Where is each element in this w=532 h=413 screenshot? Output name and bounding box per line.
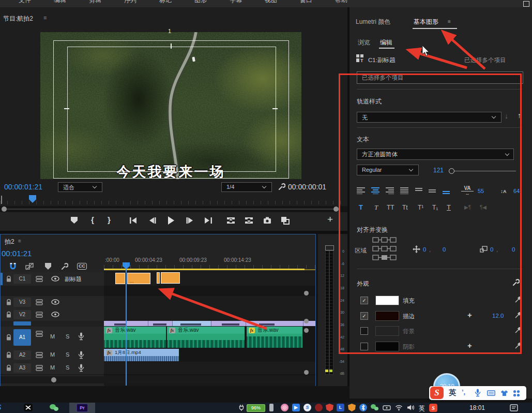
button-editor-add-button[interactable]: + [327,214,333,225]
premiere-taskbar-tile[interactable]: Pr [69,403,95,413]
sync-lock-icon[interactable] [36,312,43,318]
font-style-dropdown[interactable]: Regular [357,165,419,175]
track-id-v1-highlight[interactable] [13,321,31,326]
app-red-icon[interactable] [315,404,323,411]
wifi-icon[interactable] [395,404,403,411]
background-eyedropper-icon[interactable] [514,327,521,334]
style-upload-icon[interactable]: ↑ [518,111,521,120]
track-lane-a2[interactable]: 1月8日.mp4 fx [104,348,315,362]
track-lane-a1[interactable]: 音乐.wav fx 音乐.wav fx 音乐.wav fx [104,326,315,349]
track-header-c1[interactable]: C1 副标题 [1,272,104,286]
align-justify-icon[interactable] [400,187,408,194]
mute-button[interactable]: M [50,364,55,371]
scale-h-value[interactable]: 0 [512,246,515,253]
settings-wrench-icon[interactable] [278,183,285,190]
stroke-width-value[interactable]: 12.0 [492,313,504,319]
background-checkbox[interactable] [360,327,368,335]
step-back-button[interactable] [149,217,156,224]
track-output-eye-icon[interactable] [51,299,59,305]
play-button[interactable] [168,216,175,225]
caption-clip[interactable] [161,272,180,284]
menu-item-edit[interactable]: 编辑 [42,0,78,4]
all-caps-icon[interactable]: TT [387,204,394,211]
track-lane-a3[interactable] [104,362,315,375]
program-timecode[interactable]: 00:00:01:21 [4,183,42,191]
mute-button[interactable]: M [50,351,55,358]
menu-item-help[interactable]: 帮助 [324,0,359,4]
lock-icon[interactable] [6,334,12,341]
voiceover-mic-icon[interactable] [78,332,84,341]
track-scroll-knob[interactable] [304,319,309,323]
go-to-out-button[interactable] [204,217,212,224]
track-lane-c1[interactable]: ... [104,272,315,286]
sync-lock-icon[interactable] [36,352,43,358]
tab-lumetri-color[interactable]: Lumetri 颜色 [356,18,390,26]
caption-clip-sliver[interactable] [157,272,160,284]
sogou-logo[interactable]: S [430,387,444,399]
capcut-icon[interactable] [24,404,33,411]
menu-item-view[interactable]: 视图 [253,0,288,4]
input-mode-english[interactable]: 英 [449,388,456,397]
inner-selection-rect[interactable] [67,47,276,172]
usb-device-icon[interactable] [269,404,273,411]
font-size-value[interactable]: 121 [433,167,444,174]
solo-button[interactable]: S [66,364,69,371]
go-to-in-button[interactable] [129,217,138,224]
voiceover-mic-icon[interactable] [78,351,84,360]
menu-item-clip[interactable]: 剪辑 [78,0,113,4]
timeline-hscrollbar[interactable] [1,376,315,384]
lock-icon[interactable] [6,364,12,372]
menu-item-markers[interactable]: 标记 [148,0,183,4]
battery-indicator[interactable]: 96% [247,404,265,412]
font-family-dropdown[interactable]: 方正准圆简体 [357,149,514,160]
caption-clip[interactable]: ... [127,273,150,284]
track-lane-v3[interactable] [104,296,315,309]
app-flower-icon[interactable] [281,404,288,411]
right-center-handle[interactable] [272,108,278,109]
shadow-eyedropper-icon[interactable] [514,342,521,349]
track-scroll-knob[interactable] [304,328,309,333]
track-header-a2[interactable]: A2 M S [1,348,104,362]
superscript-icon[interactable]: T¹ [418,204,423,211]
timeline-tab-title[interactable]: 拍2 [5,238,14,246]
app-l-icon[interactable]: L [337,404,344,411]
vertical-bottom-icon[interactable] [443,187,451,194]
input-language-indicator[interactable]: 英 [419,404,425,413]
video-player-icon[interactable]: ▶ [292,404,300,411]
skin-tshirt-icon[interactable] [500,390,508,396]
meter-top-handle[interactable] [325,245,334,250]
background-color-swatch[interactable] [375,326,399,336]
menu-item-captions[interactable]: 字幕 [218,0,253,4]
align-left-icon[interactable] [357,187,365,194]
audio-clip-music-3[interactable]: 音乐.wav fx [247,327,303,348]
track-target-indicator[interactable] [1,273,3,285]
sogou-tray-icon[interactable]: S [429,404,437,412]
position-x-value[interactable]: 0 [423,246,426,253]
track-id-a1[interactable]: A1 [13,329,31,346]
track-id-v2[interactable]: V2 [13,310,31,319]
shadow-color-swatch[interactable] [375,342,399,351]
active-layer-label[interactable]: C1:副标题 [368,56,395,64]
security-shield-icon[interactable] [326,404,333,411]
comparison-view-button[interactable] [281,216,290,225]
audio-clip-video-audio[interactable]: 1月8日.mp4 fx [104,349,179,361]
audio-clip-music-2[interactable]: 音乐.wav fx [167,327,245,348]
font-size-slider-knob[interactable] [449,168,454,174]
sync-lock-icon[interactable] [36,276,43,282]
track-scroll-knob[interactable] [304,370,309,375]
top-center-handle[interactable] [171,43,172,49]
track-header-a3[interactable]: A3 M S [1,362,104,375]
mark-in-button[interactable]: { [91,215,94,224]
shadow-checkbox[interactable] [360,343,368,350]
timeline-ruler[interactable]: :00:00 00:00:04:23 00:00:09:23 00:00:14:… [104,248,315,269]
lift-button[interactable] [226,217,235,224]
track-name-c1[interactable]: 副标题 [65,275,82,283]
sync-lock-icon[interactable] [36,299,43,305]
font-size-slider-track[interactable] [449,171,516,171]
stroke-eyedropper-icon[interactable] [514,312,521,319]
bluetooth-icon[interactable] [359,404,367,411]
timeline-add-marker-icon[interactable] [45,263,51,270]
subtab-browse[interactable]: 浏览 [358,38,370,47]
track-output-eye-icon[interactable] [51,312,59,317]
track-id-a3[interactable]: A3 [13,363,31,373]
